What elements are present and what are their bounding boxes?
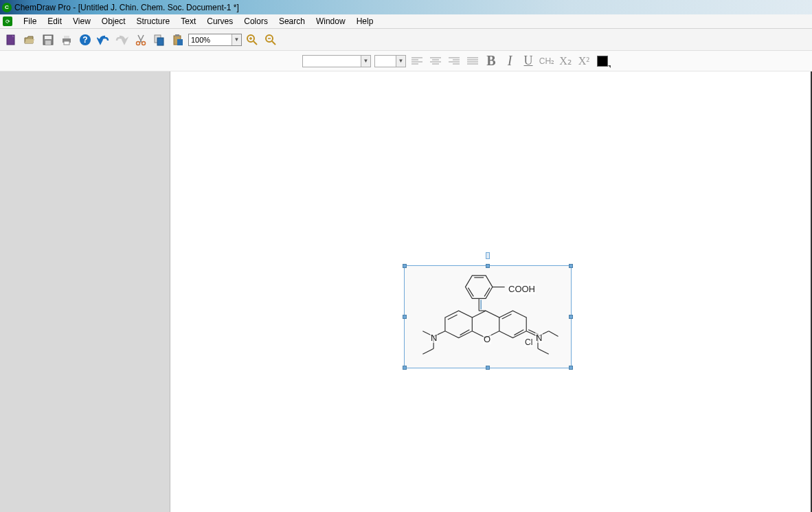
menu-window[interactable]: Window <box>311 15 351 27</box>
zoom-value: 100% <box>191 36 210 44</box>
selection-box[interactable]: COOH O N N Cl <box>404 265 572 368</box>
cut-button[interactable] <box>133 32 149 48</box>
workspace: COOH O N N Cl <box>0 71 812 512</box>
color-picker-button[interactable] <box>595 54 610 69</box>
superscript-button[interactable]: X² <box>576 54 591 69</box>
print-button[interactable] <box>58 32 75 48</box>
svg-rect-5 <box>64 36 69 38</box>
open-document-button[interactable] <box>21 32 38 48</box>
resize-handle-e[interactable] <box>569 315 573 319</box>
rotate-handle[interactable] <box>486 252 490 259</box>
menu-edit[interactable]: Edit <box>42 15 67 27</box>
menu-help[interactable]: Help <box>351 15 379 27</box>
dropdown-arrow-icon: ▼ <box>361 56 370 67</box>
color-swatch-icon <box>597 56 608 67</box>
italic-button[interactable]: I <box>502 54 517 69</box>
resize-handle-nw[interactable] <box>403 264 407 268</box>
resize-handle-ne[interactable] <box>569 264 573 268</box>
save-button[interactable] <box>40 32 56 48</box>
svg-rect-3 <box>45 41 51 45</box>
align-center-button[interactable] <box>428 54 443 69</box>
svg-rect-15 <box>177 39 183 45</box>
svg-rect-6 <box>64 41 69 45</box>
chemical-structure[interactable]: COOH O N N Cl <box>407 269 568 365</box>
menu-curves[interactable]: Curves <box>201 15 238 27</box>
menu-app-icon[interactable]: ⟳ <box>3 16 12 26</box>
svg-rect-14 <box>175 34 179 36</box>
label-oxygen: O <box>483 334 491 344</box>
menu-object[interactable]: Object <box>96 15 131 27</box>
label-chloride: Cl <box>524 337 533 347</box>
resize-handle-sw[interactable] <box>403 366 407 370</box>
title-bar: C ChemDraw Pro - [Untitled J. Chin. Chem… <box>0 0 812 14</box>
undo-button[interactable] <box>95 32 112 48</box>
menu-search[interactable]: Search <box>273 15 311 27</box>
svg-line-17 <box>253 41 257 45</box>
font-family-select[interactable]: ▼ <box>302 55 371 67</box>
formula-button[interactable]: CH₂ <box>539 54 554 69</box>
font-size-select[interactable]: ▼ <box>374 55 406 67</box>
zoom-out-button[interactable] <box>262 32 279 48</box>
align-right-button[interactable] <box>447 54 462 69</box>
svg-rect-12 <box>157 38 163 45</box>
menu-colors[interactable]: Colors <box>238 15 273 27</box>
resize-handle-w[interactable] <box>403 315 407 319</box>
side-panel <box>0 71 170 512</box>
menu-view[interactable]: View <box>67 15 96 27</box>
format-toolbar: ▼ ▼ B I U CH₂ X₂ X² <box>0 51 812 71</box>
label-nitrogen-left: N <box>430 333 438 343</box>
main-toolbar: ? 100% ▼ <box>0 29 812 51</box>
resize-handle-se[interactable] <box>569 366 573 370</box>
redo-button[interactable] <box>114 32 131 48</box>
resize-handle-s[interactable] <box>486 366 490 370</box>
menu-structure[interactable]: Structure <box>131 15 176 27</box>
svg-rect-2 <box>45 36 52 39</box>
svg-line-21 <box>272 41 275 45</box>
dropdown-arrow-icon: ▼ <box>396 56 405 67</box>
title-text: ChemDraw Pro - [Untitled J. Chin. Chem. … <box>14 3 239 12</box>
subscript-button[interactable]: X₂ <box>558 54 573 69</box>
zoom-in-button[interactable] <box>244 32 260 48</box>
copy-button[interactable] <box>151 32 168 48</box>
label-nitrogen-right: N <box>535 333 543 343</box>
resize-handle-n[interactable] <box>486 264 490 268</box>
svg-point-10 <box>142 41 146 45</box>
menu-file[interactable]: File <box>18 15 42 27</box>
align-left-button[interactable] <box>409 54 425 69</box>
paste-button[interactable] <box>170 32 186 48</box>
dropdown-arrow-icon: ▼ <box>232 34 241 45</box>
app-icon: C <box>2 3 12 12</box>
svg-text:?: ? <box>82 35 87 45</box>
zoom-select[interactable]: 100% ▼ <box>188 34 242 46</box>
svg-point-9 <box>137 41 140 45</box>
new-document-button[interactable] <box>3 32 19 48</box>
label-cooh: COOH <box>508 284 536 294</box>
canvas[interactable]: COOH O N N Cl <box>170 71 812 512</box>
help-button[interactable]: ? <box>77 32 93 48</box>
underline-button[interactable]: U <box>521 54 536 69</box>
menu-text[interactable]: Text <box>175 15 201 27</box>
align-justify-button[interactable] <box>465 54 480 69</box>
menu-bar: ⟳ File Edit View Object Structure Text C… <box>0 14 812 29</box>
bold-button[interactable]: B <box>484 54 499 69</box>
